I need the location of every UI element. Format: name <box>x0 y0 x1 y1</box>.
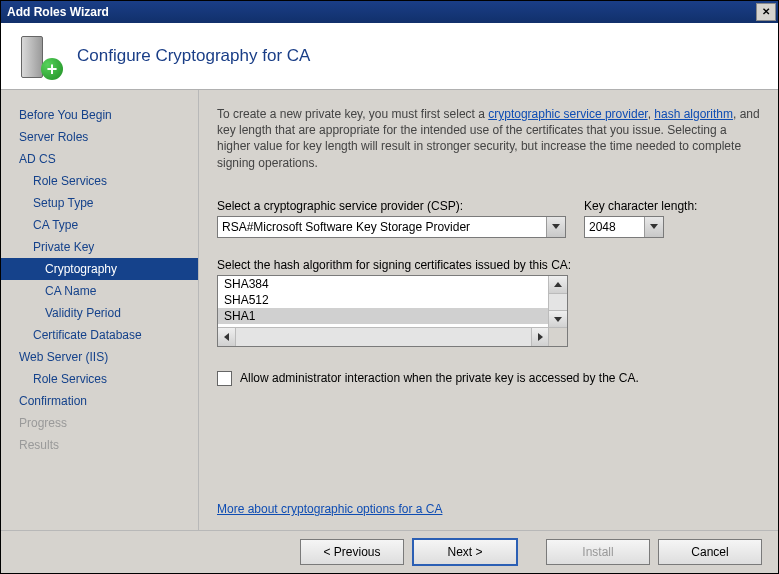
header: + Configure Cryptography for CA <box>1 23 778 90</box>
keylen-label: Key character length: <box>584 199 704 213</box>
cancel-button[interactable]: Cancel <box>658 539 762 565</box>
sidebar-item-certificate-database[interactable]: Certificate Database <box>1 324 198 346</box>
hash-algorithm-link[interactable]: hash algorithm <box>654 107 733 121</box>
horizontal-scrollbar[interactable] <box>218 327 549 346</box>
csp-label: Select a cryptographic service provider … <box>217 199 566 213</box>
sidebar-item-role-services[interactable]: Role Services <box>1 170 198 192</box>
server-add-icon: + <box>15 32 63 80</box>
csp-select[interactable]: RSA#Microsoft Software Key Storage Provi… <box>217 216 566 238</box>
scrollbar-corner <box>548 327 567 346</box>
window-title: Add Roles Wizard <box>7 5 109 19</box>
wizard-footer: < Previous Next > Install Cancel <box>1 530 778 573</box>
page-title: Configure Cryptography for CA <box>77 46 310 66</box>
sidebar-item-setup-type[interactable]: Setup Type <box>1 192 198 214</box>
sidebar-item-private-key[interactable]: Private Key <box>1 236 198 258</box>
scroll-down-icon[interactable] <box>549 310 567 328</box>
sidebar-item-confirmation[interactable]: Confirmation <box>1 390 198 412</box>
intro-text-part: To create a new private key, you must fi… <box>217 107 488 121</box>
next-button[interactable]: Next > <box>412 538 518 566</box>
hash-algorithm-list[interactable]: SHA384SHA512SHA1MD5 <box>217 275 568 347</box>
titlebar: Add Roles Wizard ✕ <box>1 1 778 23</box>
chevron-down-icon[interactable] <box>546 217 565 237</box>
key-length-value: 2048 <box>589 220 616 234</box>
wizard-sidebar: Before You BeginServer RolesAD CSRole Se… <box>1 90 199 530</box>
chevron-down-icon[interactable] <box>644 217 663 237</box>
intro-text: To create a new private key, you must fi… <box>217 106 760 171</box>
sidebar-item-server-roles[interactable]: Server Roles <box>1 126 198 148</box>
scroll-up-icon[interactable] <box>549 276 567 294</box>
sidebar-item-results: Results <box>1 434 198 456</box>
wizard-main: To create a new private key, you must fi… <box>199 90 778 530</box>
sidebar-item-before-you-begin[interactable]: Before You Begin <box>1 104 198 126</box>
allow-admin-label: Allow administrator interaction when the… <box>240 371 639 385</box>
sidebar-item-role-services[interactable]: Role Services <box>1 368 198 390</box>
sidebar-item-cryptography[interactable]: Cryptography <box>1 258 198 280</box>
install-button: Install <box>546 539 650 565</box>
add-roles-wizard-window: Add Roles Wizard ✕ + Configure Cryptogra… <box>0 0 779 574</box>
scroll-right-icon[interactable] <box>531 328 549 346</box>
close-icon[interactable]: ✕ <box>756 3 776 21</box>
previous-button[interactable]: < Previous <box>300 539 404 565</box>
allow-admin-checkbox[interactable] <box>217 371 232 386</box>
vertical-scrollbar[interactable] <box>548 276 567 328</box>
sidebar-item-validity-period[interactable]: Validity Period <box>1 302 198 324</box>
hash-option-sha384[interactable]: SHA384 <box>218 276 549 292</box>
hash-option-sha1[interactable]: SHA1 <box>218 308 549 324</box>
sidebar-item-ca-type[interactable]: CA Type <box>1 214 198 236</box>
hash-option-sha512[interactable]: SHA512 <box>218 292 549 308</box>
hash-label: Select the hash algorithm for signing ce… <box>217 258 760 272</box>
key-length-select[interactable]: 2048 <box>584 216 664 238</box>
sidebar-item-web-server-iis-[interactable]: Web Server (IIS) <box>1 346 198 368</box>
scroll-left-icon[interactable] <box>218 328 236 346</box>
cryptographic-service-provider-link[interactable]: cryptographic service provider <box>488 107 647 121</box>
more-about-link[interactable]: More about cryptographic options for a C… <box>217 502 760 516</box>
csp-select-value: RSA#Microsoft Software Key Storage Provi… <box>222 220 470 234</box>
sidebar-item-ad-cs[interactable]: AD CS <box>1 148 198 170</box>
sidebar-item-ca-name[interactable]: CA Name <box>1 280 198 302</box>
sidebar-item-progress: Progress <box>1 412 198 434</box>
